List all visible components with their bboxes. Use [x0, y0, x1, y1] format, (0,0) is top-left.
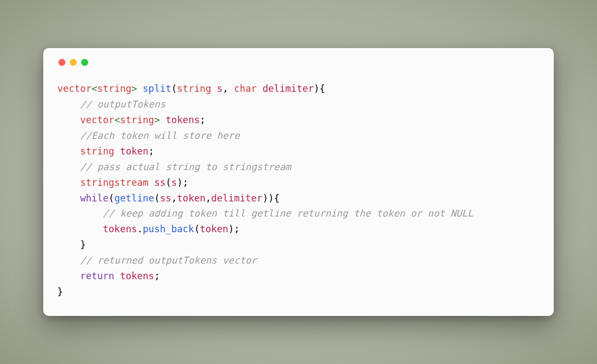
- code-token: [211, 83, 217, 94]
- code-window: vector<string> split(string s, char deli…: [43, 48, 554, 315]
- code-token: );: [228, 224, 240, 234]
- code-token: ,: [223, 83, 234, 94]
- code-token: ss: [160, 193, 171, 204]
- code-token: <: [91, 83, 97, 94]
- code-token: >: [154, 114, 160, 125]
- code-token: return: [80, 271, 114, 281]
- code-token: s: [171, 177, 177, 188]
- code-token: tokens: [165, 114, 200, 125]
- minimize-icon[interactable]: [70, 59, 77, 66]
- code-token: delimiter: [262, 83, 314, 94]
- traffic-lights: [57, 59, 540, 66]
- code-token: stringstream: [80, 177, 148, 188]
- code-token: string: [177, 83, 211, 94]
- code-token: [114, 146, 120, 157]
- code-token: [257, 83, 263, 94]
- code-token: [57, 208, 103, 219]
- code-token: [137, 83, 143, 94]
- code-token: //Each token will store here: [80, 130, 240, 141]
- code-token: ;: [154, 271, 160, 281]
- code-token: [57, 161, 80, 172]
- code-token: (: [171, 83, 177, 94]
- code-token: char: [234, 83, 257, 94]
- code-token: (: [165, 177, 171, 188]
- code-token: ;: [149, 146, 155, 157]
- code-token: [57, 130, 80, 141]
- code-token: getline: [114, 193, 154, 204]
- code-token: (: [154, 193, 160, 204]
- code-token: vector: [57, 83, 91, 94]
- code-token: // keep adding token till getline return…: [103, 208, 473, 219]
- code-token: .: [137, 224, 143, 234]
- code-token: [57, 271, 80, 281]
- code-token: ,: [171, 193, 177, 204]
- code-token: [149, 177, 155, 188]
- code-token: string: [80, 146, 114, 157]
- code-token: vector: [80, 114, 114, 125]
- code-token: );: [177, 177, 188, 188]
- code-token: token: [177, 193, 205, 204]
- code-token: [57, 177, 80, 188]
- code-token: ;: [200, 114, 205, 125]
- code-token: )){: [262, 193, 280, 204]
- code-token: ss: [154, 177, 165, 188]
- code-token: ,: [205, 193, 211, 204]
- code-block: vector<string> split(string s, char deli…: [57, 81, 540, 299]
- code-token: [57, 99, 80, 110]
- code-token: s: [217, 83, 223, 94]
- code-token: ){: [314, 83, 325, 94]
- maximize-icon[interactable]: [81, 59, 88, 66]
- code-token: token: [120, 146, 149, 157]
- code-token: delimiter: [211, 193, 263, 204]
- code-token: // returned outputTokens vector: [80, 255, 257, 266]
- code-token: string: [97, 83, 131, 94]
- code-token: }: [57, 239, 86, 250]
- code-token: [114, 271, 120, 281]
- code-token: >: [131, 83, 137, 94]
- code-token: }: [57, 286, 63, 297]
- code-token: [57, 255, 80, 266]
- code-token: // pass actual string to stringstream: [80, 161, 291, 172]
- code-token: [57, 146, 80, 157]
- code-token: <: [114, 114, 120, 125]
- code-token: [57, 114, 80, 125]
- code-token: [57, 224, 103, 234]
- code-token: while: [80, 193, 109, 204]
- close-icon[interactable]: [58, 59, 65, 66]
- code-token: [160, 114, 166, 125]
- code-token: (: [194, 224, 200, 234]
- code-token: tokens: [103, 224, 137, 234]
- code-token: (: [109, 193, 115, 204]
- code-token: string: [120, 114, 154, 125]
- code-token: split: [143, 83, 171, 94]
- code-token: push_back: [143, 224, 194, 234]
- code-token: tokens: [120, 271, 154, 281]
- code-token: token: [200, 224, 228, 234]
- code-token: // outputTokens: [80, 99, 165, 110]
- code-token: [57, 193, 80, 204]
